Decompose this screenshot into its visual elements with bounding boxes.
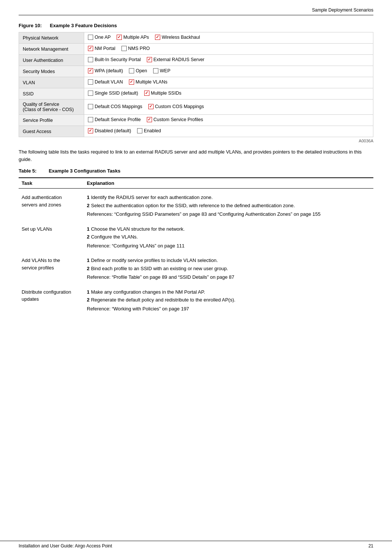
checkbox-label: NMS PRO: [128, 46, 150, 51]
step-number: 2: [87, 266, 89, 271]
checkbox-label: Disabled (default): [95, 128, 131, 133]
feature-row: Guest AccessDisabled (default)Enabled: [19, 126, 373, 137]
footer-right: 21: [369, 543, 373, 549]
row-content: Default Service ProfileCustom Service Pr…: [84, 115, 373, 126]
step-item: 2Configure the VLANs.: [87, 233, 370, 241]
checkbox-label: Default Service Profile: [95, 117, 141, 122]
checkbox-item: NM Portal: [88, 46, 116, 51]
checked-checkbox: [148, 104, 154, 109]
step-item: 2Bind each profile to an SSID with an ex…: [87, 265, 370, 272]
checkbox-item: External RADIUS Server: [147, 57, 205, 62]
config-row: Add authenticationservers and zones1Iden…: [19, 189, 373, 220]
row-content: Default COS MappingsCustom COS Mappings: [84, 99, 373, 115]
step-number: 1: [87, 195, 89, 200]
feature-row: User AuthenticationBuilt-In Security Por…: [19, 55, 373, 66]
checkbox-item: Custom COS Mappings: [148, 104, 204, 109]
page-header: Sample Deployment Scenarios: [19, 7, 373, 15]
checkbox-label: Default COS Mappings: [95, 104, 142, 109]
row-content: Built-In Security PortalExternal RADIUS …: [84, 55, 373, 66]
step-item: 1Make any configuration changes in the N…: [87, 288, 370, 296]
checkbox-label: Custom Service Profiles: [154, 117, 203, 122]
row-label: User Authentication: [19, 55, 84, 66]
checkbox-label: Default VLAN: [95, 79, 123, 85]
config-row: Add VLANs to theservice profiles1Define …: [19, 252, 373, 283]
feature-row: VLANDefault VLANMultiple VLANs: [19, 77, 373, 88]
unchecked-checkbox: [88, 57, 93, 62]
task-name: Set up VLANs: [19, 220, 84, 252]
checkbox-item: Enabled: [137, 128, 161, 133]
step-number: 1: [87, 226, 89, 232]
checkbox-item: WEP: [153, 68, 170, 73]
checkbox-label: One AP: [95, 35, 111, 40]
body-text: The following table lists the tasks requ…: [19, 148, 373, 163]
step-number: 2: [87, 203, 89, 208]
config-row: Distribute configurationupdates1Make any…: [19, 283, 373, 315]
unchecked-checkbox: [88, 117, 93, 122]
step-item: 2Regenerate the default policy and redis…: [87, 296, 370, 304]
reference-text: Reference: “Profile Table” on page 89 an…: [87, 274, 370, 281]
unchecked-checkbox: [121, 46, 127, 51]
step-item: 1Choose the VLAN structure for the netwo…: [87, 225, 370, 233]
figure-title: Figure 10: Example 3 Feature Decisions: [19, 23, 373, 28]
task-explanation: 1Make any configuration changes in the N…: [84, 283, 373, 315]
config-row: Set up VLANs1Choose the VLAN structure f…: [19, 220, 373, 252]
row-label: SSID: [19, 88, 84, 99]
checkbox-item: NMS PRO: [121, 46, 150, 51]
checkbox-label: NM Portal: [95, 46, 116, 51]
row-label: Security Modes: [19, 66, 84, 77]
checkbox-label: External RADIUS Server: [154, 57, 205, 62]
row-label: Quality of Service(Class of Service - CO…: [19, 99, 84, 115]
checked-checkbox: [88, 68, 93, 73]
task-name: Add VLANs to theservice profiles: [19, 252, 84, 283]
feature-row: Security ModesWPA (default)OpenWEP: [19, 66, 373, 77]
feature-row: Physical NetworkOne APMultiple APsWirele…: [19, 32, 373, 44]
unchecked-checkbox: [88, 35, 93, 40]
reference-text: References: “Configuring SSID Parameters…: [87, 211, 370, 218]
row-content: WPA (default)OpenWEP: [84, 66, 373, 77]
checkbox-label: Single SSID (default): [95, 91, 138, 96]
checked-checkbox: [88, 46, 93, 51]
checkbox-label: Multiple SSIDs: [151, 91, 181, 96]
task-explanation: 1Identify the RADIUS server for each aut…: [84, 189, 373, 220]
step-number: 1: [87, 289, 89, 295]
header-title: Sample Deployment Scenarios: [312, 7, 373, 13]
row-label: Guest Access: [19, 126, 84, 137]
checkbox-item: Custom Service Profiles: [147, 117, 203, 122]
checkbox-item: Default VLAN: [88, 79, 123, 85]
feature-row: Quality of Service(Class of Service - CO…: [19, 99, 373, 115]
step-number: 2: [87, 234, 89, 240]
page-footer: Installation and User Guide: Airgo Acces…: [0, 541, 392, 549]
reference-text: Reference: “Configuring VLANs” on page 1…: [87, 242, 370, 250]
step-number: 2: [87, 297, 89, 303]
unchecked-checkbox: [88, 79, 93, 85]
checkbox-item: Default Service Profile: [88, 117, 141, 122]
unchecked-checkbox: [137, 128, 142, 133]
checkbox-item: Disabled (default): [88, 128, 131, 133]
checkbox-item: Multiple APs: [117, 35, 149, 40]
step-number: 1: [87, 258, 89, 263]
checked-checkbox: [88, 128, 93, 133]
checkbox-label: Multiple VLANs: [136, 79, 167, 85]
row-content: NM PortalNMS PRO: [84, 44, 373, 55]
unchecked-checkbox: [88, 91, 93, 96]
checkbox-item: Multiple SSIDs: [144, 91, 181, 96]
checkbox-label: Open: [136, 68, 147, 73]
task-name: Add authenticationservers and zones: [19, 189, 84, 220]
step-item: 1Identify the RADIUS server for each aut…: [87, 194, 370, 201]
row-label: VLAN: [19, 77, 84, 88]
checkbox-item: Default COS Mappings: [88, 104, 142, 109]
checkbox-label: Enabled: [144, 128, 161, 133]
step-item: 1Define or modify service profiles to in…: [87, 257, 370, 264]
checkbox-label: Custom COS Mappings: [155, 104, 204, 109]
config-tasks-table: Task Explanation Add authenticationserve…: [19, 177, 373, 315]
task-explanation: 1Choose the VLAN structure for the netwo…: [84, 220, 373, 252]
reference-text: Reference: “Working with Policies” on pa…: [87, 305, 370, 313]
col-task: Task: [19, 178, 84, 189]
checkbox-label: Built-In Security Portal: [95, 57, 141, 62]
checked-checkbox: [129, 79, 134, 85]
task-explanation: 1Define or modify service profiles to in…: [84, 252, 373, 283]
checkbox-label: WEP: [160, 68, 170, 73]
checkbox-item: Wireless Backhaul: [155, 35, 200, 40]
checkbox-label: WPA (default): [95, 68, 123, 73]
col-explanation: Explanation: [84, 178, 373, 189]
